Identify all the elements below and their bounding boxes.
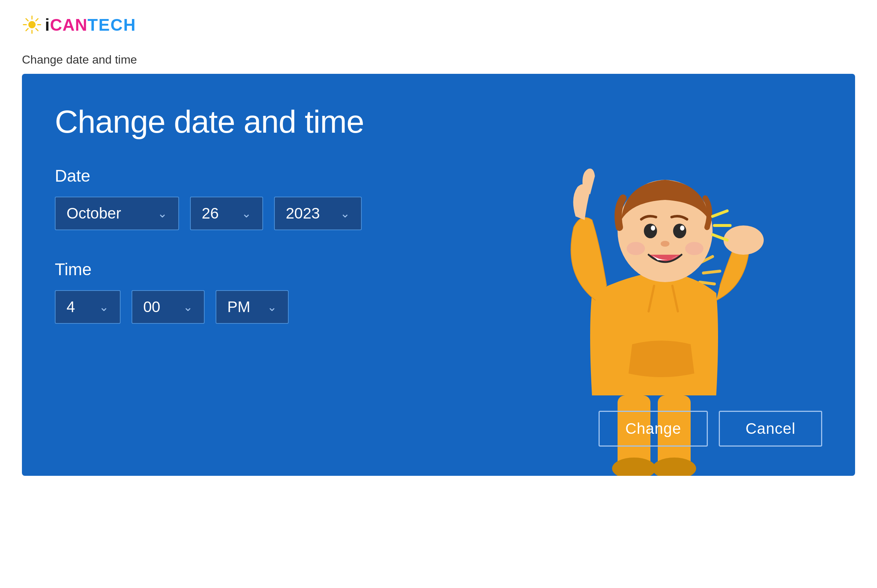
buttons-row: Change Cancel — [598, 411, 822, 447]
svg-point-24 — [627, 242, 645, 255]
minute-chevron-icon: ⌄ — [183, 300, 193, 314]
day-dropdown[interactable]: 26 ⌄ — [190, 196, 263, 230]
hour-dropdown[interactable]: 4 ⌄ — [55, 290, 121, 324]
date-label: Date — [55, 166, 822, 186]
month-dropdown[interactable]: October ⌄ — [55, 196, 179, 230]
svg-line-5 — [26, 19, 28, 21]
svg-line-8 — [26, 28, 28, 31]
hour-chevron-icon: ⌄ — [99, 300, 109, 314]
time-dropdowns-row: 4 ⌄ 00 ⌄ PM ⌄ — [55, 290, 822, 324]
svg-point-14 — [612, 458, 656, 476]
logo: i CAN TECH — [22, 15, 136, 35]
month-value: October — [66, 205, 121, 222]
time-section: Time 4 ⌄ 00 ⌄ PM ⌄ — [55, 260, 822, 324]
logo-text: i CAN TECH — [45, 15, 136, 35]
panel-title: Change date and time — [55, 103, 822, 140]
page-label: Change date and time — [0, 42, 877, 74]
svg-line-6 — [36, 28, 38, 31]
change-button[interactable]: Change — [598, 411, 708, 447]
day-value: 26 — [202, 205, 219, 222]
logo-can: CAN — [50, 15, 88, 35]
hour-value: 4 — [66, 298, 75, 316]
logo-sun-icon — [22, 15, 42, 35]
minute-dropdown[interactable]: 00 ⌄ — [132, 290, 205, 324]
time-label: Time — [55, 260, 822, 279]
year-dropdown[interactable]: 2023 ⌄ — [274, 196, 362, 230]
year-chevron-icon: ⌄ — [340, 207, 350, 220]
ampm-value: PM — [227, 298, 250, 316]
minute-value: 00 — [143, 298, 160, 316]
year-value: 2023 — [286, 205, 320, 222]
date-dropdowns-row: October ⌄ 26 ⌄ 2023 ⌄ — [55, 196, 822, 230]
month-chevron-icon: ⌄ — [157, 207, 167, 220]
logo-tech: TECH — [87, 15, 136, 35]
svg-point-25 — [685, 242, 703, 255]
day-chevron-icon: ⌄ — [241, 207, 252, 220]
ampm-dropdown[interactable]: PM ⌄ — [216, 290, 289, 324]
header: i CAN TECH — [0, 0, 877, 42]
main-panel: Change date and time Date October ⌄ 26 ⌄… — [22, 74, 855, 476]
date-section: Date October ⌄ 26 ⌄ 2023 ⌄ — [55, 166, 822, 230]
svg-point-0 — [28, 21, 36, 28]
cancel-button[interactable]: Cancel — [719, 411, 822, 447]
svg-point-23 — [661, 241, 669, 247]
logo-i: i — [45, 15, 50, 35]
svg-line-7 — [36, 19, 38, 21]
svg-point-15 — [652, 458, 696, 476]
ampm-chevron-icon: ⌄ — [267, 300, 277, 314]
